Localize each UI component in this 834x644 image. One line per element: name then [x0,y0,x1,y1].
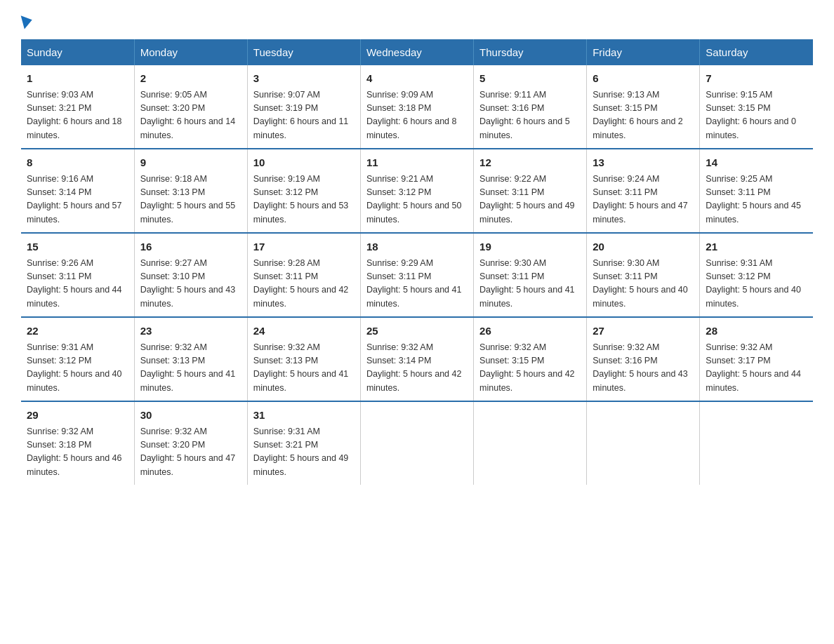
day-info: Sunrise: 9:32 AMSunset: 3:16 PMDaylight:… [593,341,694,396]
header-saturday: Saturday [700,39,813,65]
day-info: Sunrise: 9:32 AMSunset: 3:20 PMDaylight:… [140,425,241,480]
day-info: Sunrise: 9:16 AMSunset: 3:14 PMDaylight:… [27,173,128,227]
calendar-cell: 13Sunrise: 9:24 AMSunset: 3:11 PMDayligh… [587,149,700,233]
day-info: Sunrise: 9:31 AMSunset: 3:21 PMDaylight:… [253,425,355,480]
calendar-table: SundayMondayTuesdayWednesdayThursdayFrid… [21,39,813,485]
day-number: 28 [706,323,807,340]
calendar-cell: 5Sunrise: 9:11 AMSunset: 3:16 PMDaylight… [474,65,587,149]
weekday-header-row: SundayMondayTuesdayWednesdayThursdayFrid… [21,39,813,65]
day-number: 26 [479,323,581,340]
header-monday: Monday [134,39,247,65]
day-info: Sunrise: 9:27 AMSunset: 3:10 PMDaylight:… [140,257,241,311]
logo-triangle-icon [21,13,34,29]
header-sunday: Sunday [21,39,134,65]
day-number: 30 [140,408,241,424]
day-number: 31 [253,408,355,424]
day-number: 23 [140,323,241,340]
day-info: Sunrise: 9:09 AMSunset: 3:18 PMDaylight:… [366,88,468,143]
calendar-cell: 25Sunrise: 9:32 AMSunset: 3:14 PMDayligh… [360,317,473,401]
calendar-cell: 8Sunrise: 9:16 AMSunset: 3:14 PMDaylight… [21,149,134,233]
day-number: 29 [27,408,128,424]
day-number: 27 [593,323,694,340]
day-info: Sunrise: 9:21 AMSunset: 3:12 PMDaylight:… [366,173,468,227]
calendar-cell: 23Sunrise: 9:32 AMSunset: 3:13 PMDayligh… [134,317,247,401]
day-info: Sunrise: 9:22 AMSunset: 3:11 PMDaylight:… [479,173,581,227]
day-number: 20 [593,239,694,255]
calendar-cell: 21Sunrise: 9:31 AMSunset: 3:12 PMDayligh… [700,233,813,317]
calendar-cell: 3Sunrise: 9:07 AMSunset: 3:19 PMDaylight… [247,65,360,149]
calendar-cell: 6Sunrise: 9:13 AMSunset: 3:15 PMDaylight… [587,65,700,149]
day-number: 8 [27,155,128,171]
day-number: 4 [366,71,468,87]
day-number: 24 [253,323,355,340]
calendar-cell: 27Sunrise: 9:32 AMSunset: 3:16 PMDayligh… [587,317,700,401]
calendar-cell: 4Sunrise: 9:09 AMSunset: 3:18 PMDaylight… [360,65,473,149]
calendar-cell: 10Sunrise: 9:19 AMSunset: 3:12 PMDayligh… [247,149,360,233]
day-number: 14 [706,155,807,171]
calendar-cell: 7Sunrise: 9:15 AMSunset: 3:15 PMDaylight… [700,65,813,149]
calendar-cell: 1Sunrise: 9:03 AMSunset: 3:21 PMDaylight… [21,65,134,149]
calendar-cell [474,401,587,485]
week-row-2: 8Sunrise: 9:16 AMSunset: 3:14 PMDaylight… [21,149,813,233]
day-info: Sunrise: 9:31 AMSunset: 3:12 PMDaylight:… [706,257,807,311]
calendar-cell: 20Sunrise: 9:30 AMSunset: 3:11 PMDayligh… [587,233,700,317]
calendar-cell: 14Sunrise: 9:25 AMSunset: 3:11 PMDayligh… [700,149,813,233]
day-number: 13 [593,155,694,171]
logo-text [21,14,34,28]
calendar-cell: 15Sunrise: 9:26 AMSunset: 3:11 PMDayligh… [21,233,134,317]
day-number: 11 [366,155,468,171]
day-number: 10 [253,155,355,171]
day-number: 16 [140,239,241,255]
day-info: Sunrise: 9:32 AMSunset: 3:17 PMDaylight:… [706,341,807,396]
day-info: Sunrise: 9:32 AMSunset: 3:18 PMDaylight:… [27,425,128,480]
calendar-cell: 24Sunrise: 9:32 AMSunset: 3:13 PMDayligh… [247,317,360,401]
day-number: 9 [140,155,241,171]
header-friday: Friday [587,39,700,65]
day-info: Sunrise: 9:32 AMSunset: 3:13 PMDaylight:… [253,341,355,396]
day-number: 3 [253,71,355,87]
calendar-cell: 17Sunrise: 9:28 AMSunset: 3:11 PMDayligh… [247,233,360,317]
day-info: Sunrise: 9:07 AMSunset: 3:19 PMDaylight:… [253,88,355,143]
day-info: Sunrise: 9:32 AMSunset: 3:13 PMDaylight:… [140,341,241,396]
day-info: Sunrise: 9:24 AMSunset: 3:11 PMDaylight:… [593,173,694,227]
header-wednesday: Wednesday [360,39,473,65]
calendar-cell: 30Sunrise: 9:32 AMSunset: 3:20 PMDayligh… [134,401,247,485]
calendar-cell: 19Sunrise: 9:30 AMSunset: 3:11 PMDayligh… [474,233,587,317]
week-row-5: 29Sunrise: 9:32 AMSunset: 3:18 PMDayligh… [21,401,813,485]
calendar-cell: 11Sunrise: 9:21 AMSunset: 3:12 PMDayligh… [360,149,473,233]
day-number: 19 [479,239,581,255]
header-tuesday: Tuesday [247,39,360,65]
day-info: Sunrise: 9:15 AMSunset: 3:15 PMDaylight:… [706,88,807,143]
day-number: 7 [706,71,807,87]
calendar-cell: 12Sunrise: 9:22 AMSunset: 3:11 PMDayligh… [474,149,587,233]
day-number: 2 [140,71,241,87]
day-number: 25 [366,323,468,340]
calendar-cell: 18Sunrise: 9:29 AMSunset: 3:11 PMDayligh… [360,233,473,317]
day-info: Sunrise: 9:11 AMSunset: 3:16 PMDaylight:… [479,88,581,143]
day-info: Sunrise: 9:13 AMSunset: 3:15 PMDaylight:… [593,88,694,143]
day-number: 22 [27,323,128,340]
calendar-cell: 16Sunrise: 9:27 AMSunset: 3:10 PMDayligh… [134,233,247,317]
day-number: 21 [706,239,807,255]
week-row-3: 15Sunrise: 9:26 AMSunset: 3:11 PMDayligh… [21,233,813,317]
week-row-4: 22Sunrise: 9:31 AMSunset: 3:12 PMDayligh… [21,317,813,401]
day-info: Sunrise: 9:32 AMSunset: 3:15 PMDaylight:… [479,341,581,396]
day-number: 12 [479,155,581,171]
header-thursday: Thursday [474,39,587,65]
day-number: 18 [366,239,468,255]
day-info: Sunrise: 9:30 AMSunset: 3:11 PMDaylight:… [593,257,694,311]
day-info: Sunrise: 9:25 AMSunset: 3:11 PMDaylight:… [706,173,807,227]
day-number: 5 [479,71,581,87]
week-row-1: 1Sunrise: 9:03 AMSunset: 3:21 PMDaylight… [21,65,813,149]
day-info: Sunrise: 9:18 AMSunset: 3:13 PMDaylight:… [140,173,241,227]
day-info: Sunrise: 9:31 AMSunset: 3:12 PMDaylight:… [27,341,128,396]
day-info: Sunrise: 9:29 AMSunset: 3:11 PMDaylight:… [366,257,468,311]
page-header [21,14,813,25]
calendar-cell: 26Sunrise: 9:32 AMSunset: 3:15 PMDayligh… [474,317,587,401]
calendar-cell: 28Sunrise: 9:32 AMSunset: 3:17 PMDayligh… [700,317,813,401]
logo [21,14,34,25]
day-info: Sunrise: 9:26 AMSunset: 3:11 PMDaylight:… [27,257,128,311]
calendar-cell: 22Sunrise: 9:31 AMSunset: 3:12 PMDayligh… [21,317,134,401]
day-number: 17 [253,239,355,255]
calendar-cell [360,401,473,485]
